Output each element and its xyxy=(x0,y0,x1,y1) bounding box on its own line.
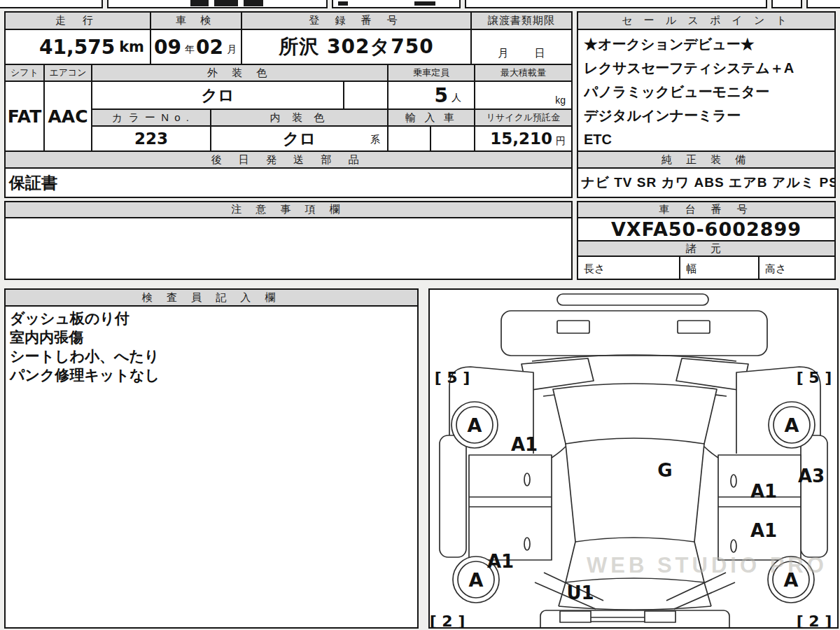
auction-sheet: { "vehicle": { "mileage_label": "走 行", "… xyxy=(0,0,840,630)
cutoff-row-cell xyxy=(0,0,103,8)
car-doors-left xyxy=(469,455,552,560)
inspection-year: 09 xyxy=(154,36,181,59)
interior-color-value: クロ 系 xyxy=(210,125,388,152)
capacity-number: 5 xyxy=(435,84,448,107)
registration-header: 登 録 番 号 xyxy=(241,11,472,30)
sales-point-line: デジタルインナーミラー xyxy=(584,104,829,127)
interior-color-name: クロ xyxy=(283,128,316,150)
diagram-mark-panel-right-rear-door: A1 xyxy=(750,520,777,541)
car-front-strip xyxy=(557,294,708,305)
car-rear-window xyxy=(566,538,704,582)
capacity-value: 5 人 xyxy=(387,80,475,110)
inspector-line: シートしわ小、へたり xyxy=(10,346,413,365)
car-rocker-right xyxy=(801,435,827,557)
import-header: 輸 入 車 xyxy=(387,108,475,127)
diagram-mark-panel-right-front-door: A1 xyxy=(750,481,777,502)
recycle-value: 15,210 円 xyxy=(474,125,573,152)
cutoff-row-cell xyxy=(771,0,802,8)
equipment-value: ナビ TV SR カワ ABS エアB アルミ PS PW xyxy=(577,167,836,198)
car-door-handle xyxy=(524,538,530,550)
aircon-value: AAC xyxy=(43,80,92,152)
recycle-number: 15,210 xyxy=(490,130,552,148)
car-door-handle xyxy=(524,473,530,486)
diagram-mark-wheel-front-right: A xyxy=(785,414,799,436)
capacity-header: 乗車定員 xyxy=(387,64,475,82)
diagram-mark-wheel-front-left: A xyxy=(468,414,482,436)
car-top-view-diagram: [ 5 ][ 5 ]AAA1GA3A1A1A1AAU1[ 2 ][ 2 ] xyxy=(430,290,837,627)
diagram-mark-front-tire-left: [ 5 ] xyxy=(435,369,470,386)
max-load-unit: kg xyxy=(555,94,566,106)
car-rocker-left xyxy=(440,435,466,557)
cutoff-row-cell xyxy=(806,0,840,8)
exterior-color-header: 外 装 色 xyxy=(91,64,388,82)
cutoff-row-cell xyxy=(465,0,767,8)
equipment-header: 純 正 装 備 xyxy=(577,150,836,169)
mileage-header: 走 行 xyxy=(4,11,151,30)
car-tailgate-arc xyxy=(559,606,711,610)
sales-point-line: パノラミックビューモニター xyxy=(584,80,829,104)
chassis-header: 車 台 番 号 xyxy=(577,201,836,218)
inspector-line: 室内内張傷 xyxy=(10,328,413,346)
inspection-month-unit: 月 xyxy=(227,43,237,56)
recycle-unit: 円 xyxy=(556,135,566,148)
spec-length-cell: 長さ xyxy=(577,255,680,280)
car-apillar-left xyxy=(552,447,566,458)
import-value-cell xyxy=(430,125,475,152)
cutoff-row-cell xyxy=(332,0,461,8)
inspection-year-unit: 年 xyxy=(185,43,195,56)
registration-value: 所沢 302タ750 xyxy=(241,29,472,65)
spec-height-cell: 高さ xyxy=(758,255,836,280)
notes-body xyxy=(4,217,573,280)
recycle-header: リサイクル預託金 xyxy=(474,108,573,127)
car-rear-bumper-step-left xyxy=(560,611,591,622)
car-rear-bumper-step-right xyxy=(645,611,676,622)
interior-color-suffix: 系 xyxy=(370,134,380,146)
max-load-value: kg xyxy=(474,80,573,110)
transfer-month-label: 月 xyxy=(498,47,508,60)
shift-header: シフト xyxy=(4,64,45,82)
car-door-handle xyxy=(731,475,736,487)
spec-width-cell: 幅 xyxy=(679,255,760,280)
diagram-mark-wheel-rear-right: A xyxy=(784,569,799,591)
exterior-color-extra-cell xyxy=(343,80,388,110)
chassis-value: VXFA50-6002899 xyxy=(577,217,836,241)
car-front-grille-right xyxy=(678,321,710,333)
diagram-mark-rear-tire-right: [ 2 ] xyxy=(797,612,832,627)
mileage-unit: km xyxy=(119,38,144,55)
diagram-mark-panel-right-quarter: A3 xyxy=(798,465,825,486)
later-parts-value: 保証書 xyxy=(4,167,573,198)
car-apillar-right xyxy=(704,447,718,458)
inspection-header: 車 検 xyxy=(150,11,242,30)
inspection-value: 09 年 02 月 xyxy=(150,29,242,65)
car-cabin-side-left xyxy=(566,444,575,542)
specs-header: 諸 元 xyxy=(577,240,836,257)
car-cabin-side-right xyxy=(694,444,704,542)
max-load-header: 最大積載量 xyxy=(474,64,573,82)
mileage-number: 41,575 xyxy=(39,36,115,59)
sales-point-line: ETC xyxy=(584,127,829,151)
transfer-day-label: 日 xyxy=(535,47,545,60)
diagram-mark-rear-tire-left: [ 2 ] xyxy=(430,612,465,627)
diagram-mark-panel-left-rear-door: A1 xyxy=(487,551,514,572)
aircon-header: エアコン xyxy=(43,64,92,82)
inspector-line: パンク修理キットなし xyxy=(10,365,413,384)
transfer-deadline-value: 月 日 xyxy=(470,29,573,65)
sales-point-line: ★オークションデビュー★ xyxy=(584,32,829,56)
diagram-mark-front-tire-right: [ 5 ] xyxy=(797,369,832,386)
diagram-mark-panel-front-left-fender: A1 xyxy=(511,434,538,455)
cutoff-text-fragment xyxy=(414,1,435,6)
transfer-deadline-header: 譲渡書類期限 xyxy=(470,11,573,30)
inspector-line: ダッシュ板のり付 xyxy=(10,309,413,328)
cutoff-text-fragment xyxy=(214,0,238,6)
color-no-header: カ ラ ー N o . xyxy=(91,108,211,127)
cutoff-text-fragment xyxy=(338,1,348,6)
diagram-mark-wheel-rear-left: A xyxy=(469,569,484,591)
inspector-body: ダッシュ板のり付 室内内張傷 シートしわ小、へたり パンク修理キットなし xyxy=(4,305,419,629)
sales-point-line: レクサスセーフティシステム＋A xyxy=(584,56,829,80)
diagram-mark-glass: G xyxy=(657,460,672,481)
car-front-grille-left xyxy=(557,321,589,333)
later-parts-header: 後 日 発 送 部 品 xyxy=(4,150,573,169)
inspector-header: 検 査 員 記 入 欄 xyxy=(4,288,419,307)
car-windshield xyxy=(553,384,717,444)
cutoff-text-fragment xyxy=(244,0,263,6)
